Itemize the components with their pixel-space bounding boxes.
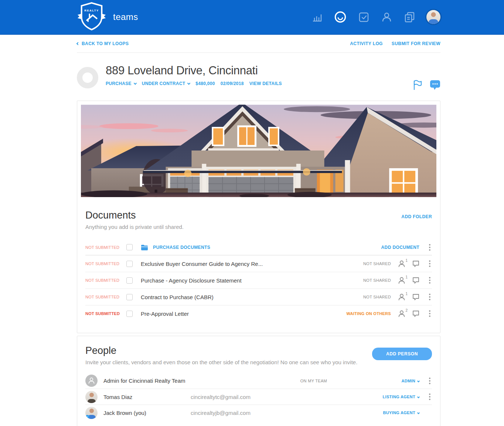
page-title: 889 Loveland Drive, Cincinnati [106, 64, 282, 77]
profile-avatar[interactable] [426, 10, 440, 24]
chevron-down-icon [417, 412, 420, 414]
folder-status: NOT SUBMITTED [85, 245, 126, 250]
document-checkbox[interactable] [126, 294, 133, 300]
document-name[interactable]: Contract to Purchase (CABR) [141, 294, 214, 300]
top-navigation-bar: REALTY teams [0, 0, 504, 35]
comment-icon[interactable] [412, 260, 419, 267]
document-status: NOT SUBMITTED [85, 295, 126, 299]
document-name[interactable]: Pre-Approval Letter [141, 311, 189, 317]
stats-icon[interactable] [311, 11, 323, 23]
comment-icon[interactable] [412, 277, 419, 284]
comment-icon[interactable] [412, 294, 419, 300]
avatar-face [89, 393, 94, 397]
documents-subtext: Anything you add is private until shared… [85, 224, 432, 230]
person-name: Admin for Cincinnati Realty Team [103, 378, 191, 384]
generic-person-avatar [85, 375, 98, 387]
share-status: NOT SHARED [336, 295, 391, 299]
view-details-link[interactable]: VIEW DETAILS [249, 81, 282, 86]
people-icon[interactable] [381, 11, 393, 23]
flag-icon[interactable] [413, 80, 422, 91]
person-name: Tomas Diaz [103, 394, 191, 400]
document-row: NOT SUBMITTED Exclusive Buyer Consumer G… [85, 255, 432, 272]
loop-date: 02/09/2018 [221, 81, 244, 86]
folder-name[interactable]: PURCHASE DOCUMENTS [153, 245, 210, 250]
chevron-left-icon [76, 42, 79, 45]
document-row: NOT SUBMITTED Purchase - Agency Disclosu… [85, 272, 432, 288]
comment-icon[interactable] [412, 310, 419, 317]
avatar-shirt [429, 19, 438, 24]
documents-card: Documents Anything you add is private un… [77, 101, 440, 333]
back-to-my-loops-link[interactable]: BACK TO MY LOOPS [77, 41, 129, 46]
folder-row: NOT SUBMITTED PURCHASE DOCUMENTS ADD DOC… [85, 240, 432, 255]
person-role-dropdown[interactable]: BUYING AGENT [371, 410, 419, 415]
transaction-type-dropdown[interactable]: PURCHASE [106, 81, 136, 86]
tasks-icon[interactable] [358, 11, 370, 23]
person-row: ✓ Jack Brown (you) cincirealtyjb@gmail.c… [85, 405, 432, 420]
document-status: NOT SUBMITTED [85, 278, 126, 283]
document-checkbox[interactable] [126, 277, 133, 284]
document-name[interactable]: Purchase - Agency Disclosure Statement [141, 277, 242, 284]
activity-log-link[interactable]: ACTIVITY LOG [350, 41, 383, 46]
avatar-suit [88, 399, 96, 403]
chevron-down-icon [134, 82, 137, 85]
shared-people-icon[interactable]: 1 [398, 294, 405, 301]
add-person-button[interactable]: ADD PERSON [372, 348, 432, 360]
brand[interactable]: REALTY teams [76, 1, 138, 33]
chevron-down-icon [417, 379, 420, 382]
people-card: People Invite your clients, vendors and … [77, 336, 440, 426]
document-row: NOT SUBMITTED Pre-Approval Letter WAITIN… [85, 305, 432, 322]
submit-for-review-link[interactable]: SUBMIT FOR REVIEW [392, 41, 440, 46]
document-row: NOT SUBMITTED Contract to Purchase (CABR… [85, 288, 432, 305]
person-row: Tomas Diaz cincirealtytc@gmail.com LISTI… [85, 389, 432, 405]
loops-icon[interactable] [334, 10, 347, 24]
person-team-label: ON MY TEAM [191, 379, 371, 383]
folder-icon [141, 244, 148, 250]
avatar-face [431, 12, 436, 17]
person-kebab-icon[interactable] [428, 378, 432, 384]
templates-icon[interactable] [403, 11, 416, 23]
loop-status-dropdown[interactable]: UNDER CONTRACT [142, 81, 190, 86]
avatar-face [89, 409, 94, 413]
document-checkbox[interactable] [126, 261, 133, 267]
document-status: NOT SUBMITTED [85, 311, 126, 316]
documents-heading: Documents [85, 210, 432, 221]
person-kebab-icon[interactable] [428, 393, 432, 400]
add-document-link[interactable]: ADD DOCUMENT [381, 245, 419, 250]
svg-text:REALTY: REALTY [84, 9, 99, 12]
person-role-dropdown[interactable]: ADMIN [371, 379, 419, 383]
product-name: teams [113, 12, 138, 22]
loop-status-ring [77, 67, 98, 88]
document-kebab-icon[interactable] [428, 277, 432, 284]
person-row: Admin for Cincinnati Realty Team ON MY T… [85, 373, 432, 389]
folder-kebab-icon[interactable] [428, 244, 432, 251]
document-kebab-icon[interactable] [428, 310, 432, 317]
realty-shield-logo-icon: REALTY [76, 1, 107, 33]
person-email: cincirealtytc@gmail.com [191, 394, 371, 400]
add-folder-link[interactable]: ADD FOLDER [401, 214, 432, 219]
chevron-down-icon [417, 396, 420, 398]
share-status: NOT SHARED [336, 278, 391, 283]
chevron-down-icon [187, 82, 190, 85]
person-name: Jack Brown (you) [103, 410, 191, 416]
messages-icon[interactable] [430, 80, 440, 90]
shared-people-icon[interactable]: 1 [398, 277, 405, 284]
person-avatar: ✓ [85, 407, 98, 419]
document-kebab-icon[interactable] [428, 294, 432, 300]
shared-people-icon[interactable]: 2 [398, 310, 405, 317]
document-kebab-icon[interactable] [428, 260, 432, 267]
subnav: BACK TO MY LOOPS ACTIVITY LOG SUBMIT FOR… [77, 35, 440, 53]
document-name[interactable]: Exclusive Buyer Consumer Guide to Agency… [141, 261, 263, 267]
verified-badge-icon: ✓ [85, 415, 89, 419]
document-checkbox[interactable] [126, 311, 133, 317]
loop-header: 889 Loveland Drive, Cincinnati PURCHASE … [77, 53, 440, 88]
shared-people-icon[interactable]: 1 [398, 260, 405, 267]
folder-checkbox[interactable] [126, 244, 133, 250]
share-status: WAITING ON OTHERS [336, 311, 391, 316]
document-status: NOT SUBMITTED [85, 261, 126, 266]
person-email: cincirealtyjb@gmail.com [191, 410, 371, 416]
loop-price: $480,000 [195, 81, 215, 86]
property-photo [77, 101, 440, 197]
share-status: NOT SHARED [336, 261, 391, 266]
person-role-dropdown[interactable]: LISTING AGENT [371, 395, 419, 399]
person-avatar [85, 391, 98, 403]
